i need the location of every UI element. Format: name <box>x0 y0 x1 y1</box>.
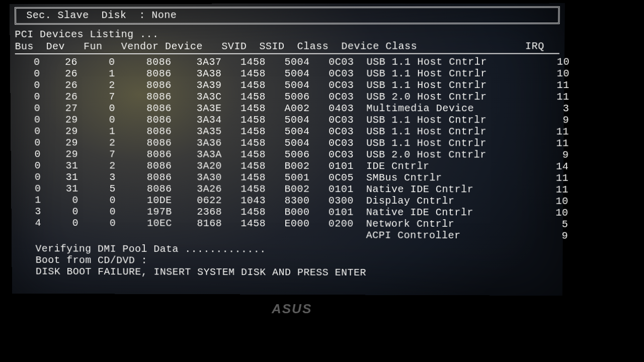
pci-table-header: Bus Dev Fun Vendor Device SVID SSID Clas… <box>15 40 560 54</box>
pci-table-row: 0 31 5 8086 3A26 1458 B002 0101 Native I… <box>16 183 558 196</box>
pci-listing-title: PCI Devices Listing ... <box>15 28 559 40</box>
boot-failure-message: DISK BOOT FAILURE, INSERT SYSTEM DISK AN… <box>36 266 557 280</box>
drive-info-box: Sec. Slave Disk : None <box>15 7 560 25</box>
pci-table-row: 0 26 2 8086 3A39 1458 5004 0C03 USB 1.1 … <box>15 79 559 91</box>
pci-table-row: 4 0 0 10EC 8168 1458 E000 0200 Network C… <box>17 217 558 230</box>
pci-table-row: 0 26 7 8086 3A3C 1458 5006 0C03 USB 2.0 … <box>15 91 559 103</box>
secondary-slave-line: Sec. Slave Disk : None <box>20 9 554 21</box>
pci-table-row: 0 26 1 8086 3A38 1458 5004 0C03 USB 1.1 … <box>15 68 559 79</box>
pci-table-row: 0 31 2 8086 3A20 1458 B002 0101 IDE Cntr… <box>16 160 558 172</box>
boot-message: Verifying DMI Pool Data ............. <box>35 243 557 256</box>
pci-table-row: 0 29 1 8086 3A35 1458 5004 0C03 USB 1.1 … <box>16 126 559 138</box>
pci-table-row: 3 0 0 197B 2368 1458 B000 0101 Native ID… <box>16 206 558 219</box>
bios-screen: Sec. Slave Disk : None PCI Devices Listi… <box>10 3 565 296</box>
monitor-brand-logo: ASUS <box>272 302 312 317</box>
boot-messages: Verifying DMI Pool Data .............Boo… <box>17 243 558 279</box>
pci-table-row: ACPI Controller 9 <box>17 229 558 242</box>
pci-table-row: 0 27 0 8086 3A3E 1458 A002 0403 Multimed… <box>16 103 559 115</box>
pci-table-row: 0 31 3 8086 3A30 1458 5001 0C05 SMBus Cn… <box>16 171 558 184</box>
pci-table-body: 0 26 0 8086 3A37 1458 5004 0C03 USB 1.1 … <box>15 56 559 242</box>
pci-table-row: 0 26 0 8086 3A37 1458 5004 0C03 USB 1.1 … <box>15 56 559 68</box>
pci-table-row: 0 29 2 8086 3A36 1458 5004 0C03 USB 1.1 … <box>16 137 558 149</box>
pci-table-row: 0 29 0 8086 3A34 1458 5004 0C03 USB 1.1 … <box>16 114 559 126</box>
pci-table-row: 1 0 0 10DE 0622 1043 8300 0300 Display C… <box>16 194 558 207</box>
pci-table-row: 0 29 7 8086 3A3A 1458 5006 0C03 USB 2.0 … <box>16 148 558 160</box>
